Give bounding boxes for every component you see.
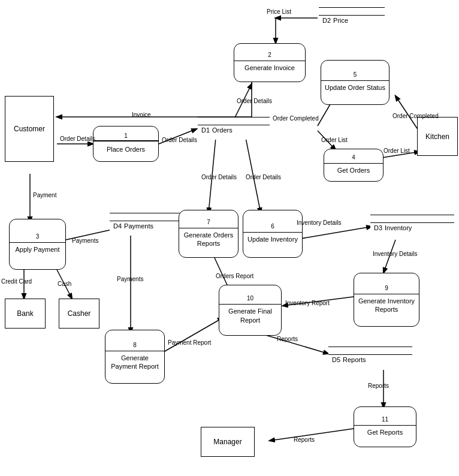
manager-label: Manager: [213, 438, 241, 446]
d5-label: Reports: [343, 356, 366, 363]
process1: 1 Place Orders: [93, 126, 159, 162]
label-payment-report: Payment Report: [168, 339, 211, 346]
label-order-list-2: Order List: [383, 147, 410, 154]
diagram: Customer Kitchen Bank Casher Manager D2 …: [0, 0, 459, 476]
label-reports-3: Reports: [294, 436, 315, 443]
process6: 6 Update Inventory: [243, 210, 303, 258]
d4-label: Payments: [124, 222, 153, 230]
process11: 11 Get Reports: [354, 406, 416, 447]
kitchen-entity: Kitchen: [417, 117, 458, 156]
manager-entity: Manager: [201, 427, 255, 457]
d1-datastore: D1 Orders: [198, 117, 270, 140]
label-payments-1: Payments: [72, 237, 98, 244]
casher-entity: Casher: [59, 299, 99, 329]
d3-label: Inventory: [385, 224, 412, 231]
label-order-list-1: Order List: [321, 137, 348, 143]
label-order-completed-1: Order Completed: [273, 115, 319, 122]
d3-datastore: D3 Inventory: [370, 215, 454, 237]
process2: 2 Generate Invoice: [234, 43, 306, 82]
customer-entity: Customer: [5, 96, 54, 162]
d1-id: D1: [201, 126, 210, 134]
label-reports-2: Reports: [368, 382, 389, 389]
label-order-details-3: Order Details: [237, 98, 272, 104]
d2-label: Price: [333, 17, 348, 24]
casher-label: Casher: [68, 309, 91, 318]
bank-entity: Bank: [5, 299, 46, 329]
label-order-completed-2: Order Completed: [392, 113, 439, 119]
process10: 10 Generate Final Report: [219, 285, 282, 336]
label-order-details-4: Order Details: [201, 174, 237, 180]
d2-id: D2: [322, 17, 331, 24]
svg-line-18: [294, 227, 372, 240]
bank-label: Bank: [17, 309, 33, 318]
process9: 9 Generate Inventory Reports: [354, 273, 419, 327]
label-inventory-details-1: Inventory Details: [297, 219, 341, 226]
label-payments-2: Payments: [117, 276, 143, 282]
label-inventory-report: Inventory Report: [285, 300, 330, 306]
label-order-details-5: Order Details: [246, 174, 281, 180]
d4-id: D4: [113, 222, 122, 230]
label-payment: Payment: [33, 192, 56, 198]
label-inventory-details-2: Inventory Details: [373, 251, 417, 257]
label-reports-1: Reports: [277, 336, 298, 342]
label-order-details-2: Order Details: [162, 137, 197, 143]
process3: 3 Apply Payment: [9, 219, 66, 270]
process5: 5 Update Order Status: [321, 60, 389, 105]
d4-datastore: D4 Payments: [110, 213, 182, 236]
d2-datastore: D2 Price: [319, 7, 385, 30]
label-orders-report: Orders Report: [216, 273, 253, 279]
label-credit-card: Credit Card: [1, 278, 32, 285]
process7: 7 Generate Orders Reports: [179, 210, 238, 258]
customer-label: Customer: [14, 125, 45, 133]
d1-label: Orders: [212, 126, 232, 134]
svg-line-22: [161, 318, 223, 354]
label-invoice: Invoice: [132, 112, 151, 118]
d5-datastore: D5 Reports: [328, 347, 412, 369]
d5-id: D5: [332, 356, 340, 363]
label-order-details-1: Order Details: [60, 135, 95, 142]
process8: 8 Generate Payment Report: [105, 330, 165, 384]
d3-id: D3: [374, 224, 382, 231]
process4: 4 Get Orders: [324, 149, 383, 182]
kitchen-label: Kitchen: [425, 132, 449, 141]
label-price-list: Price List: [267, 8, 291, 15]
label-cash: Cash: [58, 281, 71, 287]
